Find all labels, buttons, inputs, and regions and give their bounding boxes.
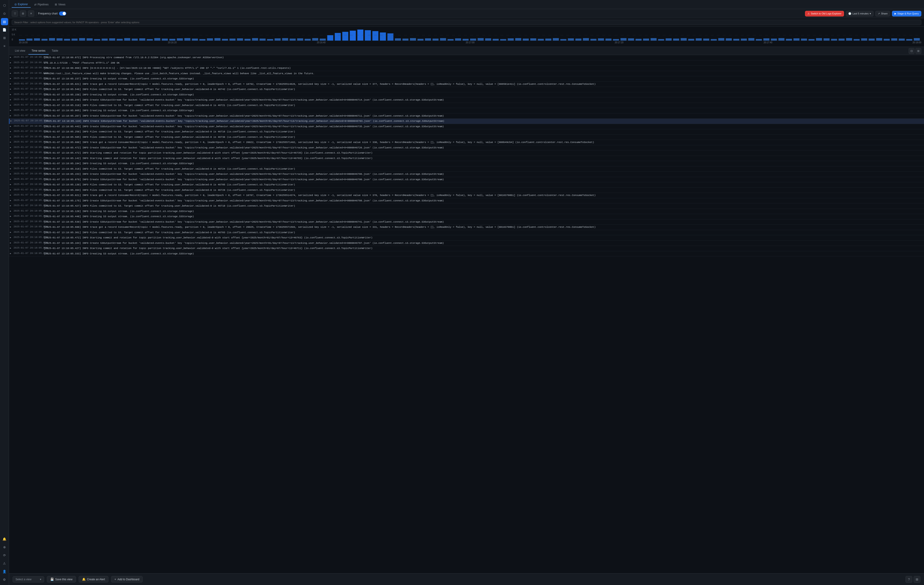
log-expand-icon[interactable]: ▶ [10, 119, 14, 123]
log-row[interactable]: ▶ 2025-01-07 20:18:05.000 [2025-01-07 13… [9, 220, 924, 225]
log-row[interactable]: ▶ 2025-01-07 20:18:05.000 [2025-01-07 13… [9, 214, 924, 220]
log-row[interactable]: ▶ 2025-01-07 20:18:05.000 [2025-01-07 13… [9, 156, 924, 161]
log-row[interactable]: ▶ 2025-01-07 20:18:06.000 172.18.0.1:572… [9, 60, 924, 66]
log-expand-icon[interactable]: ▶ [9, 55, 13, 59]
log-row[interactable]: ▶ 2025-01-07 20:18:05.000 [2025-01-07 13… [9, 150, 924, 156]
log-row[interactable]: ▶ 2025-01-07 20:18:05.000 [2025-01-07 13… [9, 193, 924, 198]
log-expand-icon[interactable]: ▶ [9, 203, 13, 208]
log-expand-icon[interactable]: ▶ [9, 182, 13, 187]
select-view-dropdown[interactable]: Select a view ▾ [13, 576, 44, 583]
close-filter-button[interactable]: ✕ [28, 10, 34, 17]
log-expand-icon[interactable]: ▶ [9, 98, 13, 102]
nav-tab-explorer[interactable]: ◎ Explorer [12, 2, 31, 8]
log-row[interactable]: ▶ 2025-01-07 20:18:05.000 [2025-01-07 13… [9, 246, 924, 251]
log-row[interactable]: ▶ 2025-01-07 20:18:05.000 [2025-01-07 13… [9, 119, 924, 124]
tab-table[interactable]: Table [49, 47, 61, 55]
alert-sidebar-icon[interactable]: 🔔 [1, 535, 8, 543]
settings-sidebar-icon[interactable]: ⚙ [1, 576, 8, 583]
log-row[interactable]: ▶ 2025-01-07 20:18:05.000 [2025-01-07 13… [9, 87, 924, 92]
log-row[interactable]: ▶ 2025-01-07 20:18:05.000 [2025-01-07 13… [9, 140, 924, 145]
settings-icon-btn[interactable]: ⊞ [914, 576, 921, 583]
log-expand-icon[interactable]: ▶ [9, 150, 13, 155]
log-row[interactable]: ▶ 2025-01-07 20:18:05.000 [2025-01-07 13… [9, 172, 924, 177]
log-row[interactable]: ▶ 2025-01-07 20:18:05.000 [2025-01-07 13… [9, 114, 924, 119]
log-row[interactable]: ▶ 2025-01-07 20:18:05.000 [2025-01-07 13… [9, 182, 924, 188]
log-row[interactable]: ▶ 2025-01-07 20:18:05.000 [2025-01-07 13… [9, 235, 924, 241]
log-expand-icon[interactable]: ▶ [9, 82, 13, 86]
log-expand-icon[interactable]: ▶ [9, 103, 13, 107]
log-row[interactable]: ▶ 2025-01-07 20:18:05.000 [2025-01-07 13… [9, 135, 924, 140]
log-expand-icon[interactable]: ▶ [9, 230, 13, 234]
search-input[interactable] [12, 20, 921, 25]
log-expand-icon[interactable]: ▶ [9, 172, 13, 176]
copy-icon-btn[interactable]: ⊡ [909, 48, 914, 54]
log-row[interactable]: ▶ 2025-01-07 20:18:05.000 [2025-01-07 13… [9, 76, 924, 82]
search-sidebar-icon[interactable]: ⊙ [1, 10, 8, 17]
add-dashboard-button[interactable]: + Add to Dashboard [111, 576, 143, 583]
log-expand-icon[interactable]: ▶ [9, 87, 13, 91]
logs-sidebar-icon[interactable]: 📄 [1, 26, 8, 33]
integration-sidebar-icon[interactable]: ⊕ [1, 544, 8, 551]
log-expand-icon[interactable]: ▶ [9, 161, 13, 165]
log-row[interactable]: ▶ 2025-01-07 20:18:05.000 [2025-01-07 13… [9, 167, 924, 172]
share-button[interactable]: ↗ Share [875, 11, 890, 17]
log-row[interactable]: ▶ 2025-01-07 20:18:05.000 [2025-01-07 13… [9, 124, 924, 129]
log-expand-icon[interactable]: ▶ [9, 225, 13, 229]
log-expand-icon[interactable]: ▶ [9, 235, 13, 240]
create-alert-button[interactable]: 🔔 Create an Alert [79, 576, 108, 583]
log-row[interactable]: ▶ 2025-01-07 20:18:05.000 [2025-01-07 13… [9, 198, 924, 204]
user-sidebar-icon[interactable]: 👤 [1, 568, 8, 575]
log-row[interactable]: ▶ 2025-01-07 20:18:05.000 [2025-01-07 13… [9, 82, 924, 87]
log-table-wrapper[interactable]: ▶ 2025-01-07 20:18:06.000 [2025-01-07 13… [9, 55, 924, 573]
log-row[interactable]: ▶ 2025-01-07 20:18:05.000 [2025-01-07 13… [9, 145, 924, 150]
log-expand-icon[interactable]: ▶ [9, 114, 13, 118]
save-view-button[interactable]: 💾 Save this view [47, 576, 76, 583]
log-expand-icon[interactable]: ▶ [9, 198, 13, 203]
freq-chart-toggle[interactable] [59, 12, 66, 16]
explorer-sidebar-icon[interactable]: ▤ [1, 18, 8, 25]
log-expand-icon[interactable]: ▶ [9, 71, 13, 75]
log-expand-icon[interactable]: ▶ [9, 140, 13, 144]
log-row[interactable]: ▶ 2025-01-07 20:18:05.000 [2025-01-07 13… [9, 203, 924, 209]
log-expand-icon[interactable]: ▶ [9, 92, 13, 96]
log-row[interactable]: ▶ 2025-01-07 20:18:05.000 [2025-01-07 13… [9, 129, 924, 135]
log-expand-icon[interactable]: ▶ [9, 124, 13, 128]
log-expand-icon[interactable]: ▶ [9, 66, 13, 70]
help-icon-btn[interactable]: ? [906, 576, 912, 583]
list-sidebar-icon[interactable]: ≡ [1, 42, 8, 50]
log-row[interactable]: ▶ 2025-01-07 20:18:06.000 [2025-01-07 13… [9, 55, 924, 60]
filter-button[interactable]: ▽ [12, 10, 18, 17]
log-expand-icon[interactable]: ▶ [9, 214, 13, 218]
stage-run-button[interactable]: ▶ Stage & Run Query [892, 11, 921, 17]
grid-sidebar-icon[interactable]: ⊞ [1, 34, 8, 41]
tab-time-series[interactable]: Time series [28, 47, 49, 55]
tab-list-view[interactable]: List view [12, 47, 28, 55]
log-expand-icon[interactable]: ▶ [9, 156, 13, 160]
time-range-button[interactable]: 🕐 Last 5 minutes ▾ [846, 11, 874, 17]
log-row[interactable]: ▶ 2025-01-07 20:18:06.000 [2025-01-07 13… [9, 66, 924, 71]
log-expand-icon[interactable]: ▶ [9, 251, 13, 256]
logo-icon[interactable]: ⬡ [1, 2, 8, 9]
log-row[interactable]: ▶ 2025-01-07 20:18:05.000 [2025-01-07 13… [9, 108, 924, 114]
log-row[interactable]: ▶ 2025-01-07 20:18:05.000 [2025-01-07 13… [9, 225, 924, 230]
grid-view-icon-btn[interactable]: ⊞ [916, 48, 921, 54]
log-expand-icon[interactable]: ▶ [9, 241, 13, 245]
log-row[interactable]: ▶ 2025-01-07 20:18:05.000 [2025-01-07 13… [9, 209, 924, 214]
switch-old-explorer-button[interactable]: ⚠ Switch to Old Logs Explorer [805, 11, 844, 17]
log-row[interactable]: ▶ 2025-01-07 20:18:05.000 [2025-01-07 13… [9, 92, 924, 98]
chart-canvas[interactable] [19, 28, 921, 41]
log-row[interactable]: ▶ 2025-01-07 20:18:05.000 [2025-01-07 13… [9, 98, 924, 103]
log-row[interactable]: ▶ 2025-01-07 20:18:05.000 [2025-01-07 13… [9, 230, 924, 235]
log-expand-icon[interactable]: ▶ [9, 209, 13, 213]
pipeline-sidebar-icon[interactable]: ⟳ [1, 552, 8, 559]
log-expand-icon[interactable]: ▶ [9, 60, 13, 65]
log-expand-icon[interactable]: ▶ [9, 193, 13, 197]
nav-tab-views[interactable]: ⊞ Views [52, 2, 68, 7]
nav-tab-pipelines[interactable]: ⇄ Pipelines [31, 2, 51, 7]
log-row[interactable]: ▶ 2025-01-07 20:18:05.000 [2025-01-07 13… [9, 161, 924, 167]
log-row[interactable]: ▶ 2025-01-07 20:18:05.000 [2025-01-07 13… [9, 177, 924, 182]
warning-sidebar-icon[interactable]: ⚠ [1, 560, 8, 567]
group-button[interactable]: ⊞ [20, 10, 26, 17]
log-expand-icon[interactable]: ▶ [9, 145, 13, 150]
log-expand-icon[interactable]: ▶ [9, 108, 13, 112]
